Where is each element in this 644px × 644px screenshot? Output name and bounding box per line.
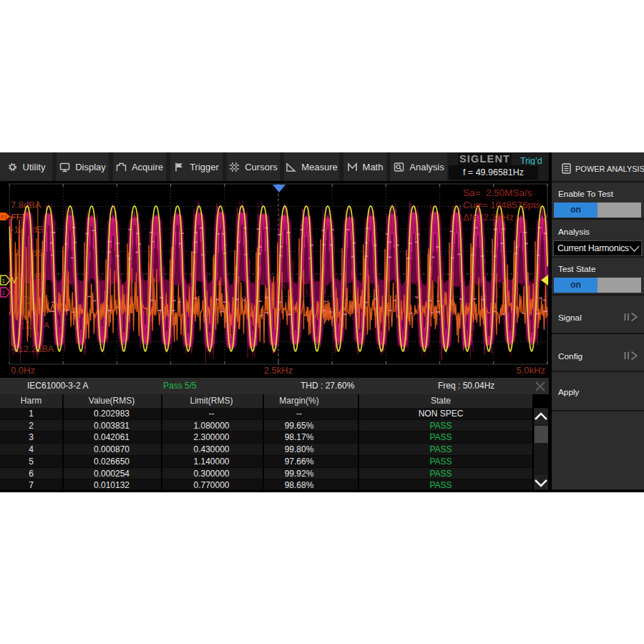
svg-text:Sa= 2.50MSa/s: Sa= 2.50MSa/s <box>463 187 532 198</box>
svg-text:2: 2 <box>2 290 5 296</box>
svg-text:V: V <box>11 275 17 286</box>
svg-text:Δf= 2.38Hz: Δf= 2.38Hz <box>463 212 514 223</box>
svg-text:FFT: FFT <box>11 213 26 221</box>
svg-text:1: 1 <box>2 278 5 284</box>
svg-text:F1: F1 <box>1 214 7 220</box>
svg-text:0.0Hz: 0.0Hz <box>11 365 35 376</box>
svg-text:Curr= 1048576pts: Curr= 1048576pts <box>463 200 541 210</box>
svg-text:5.0kHz: 5.0kHz <box>517 365 545 376</box>
svg-text:2.5kHz: 2.5kHz <box>264 365 293 376</box>
